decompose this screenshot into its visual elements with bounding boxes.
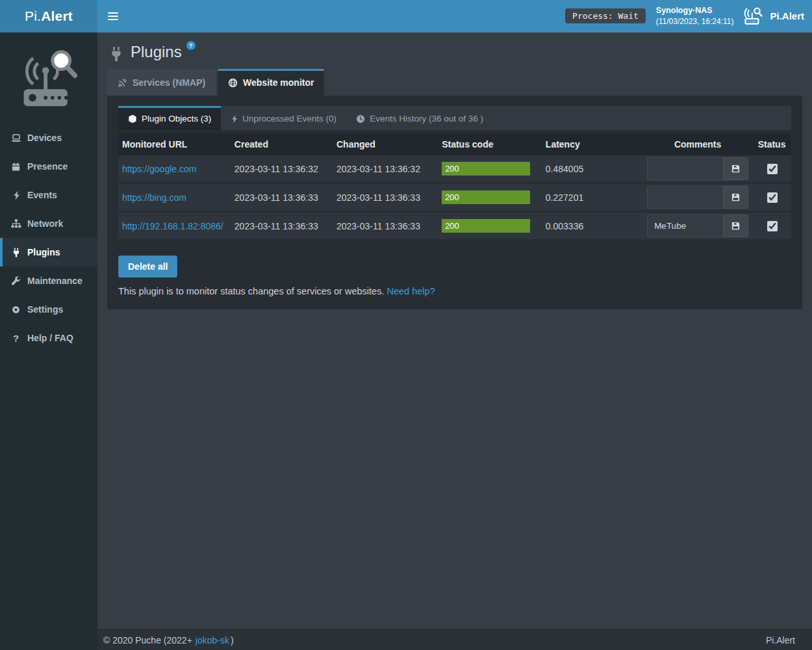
navbar-brand[interactable]: Pi.Alert (744, 7, 804, 25)
col-monitored-url: Monitored URL (118, 133, 231, 155)
calendar-icon (10, 162, 21, 172)
sidebar-item-label: Help / FAQ (27, 333, 73, 343)
tab-label: Unprocessed Events (0) (242, 114, 336, 124)
save-comment-button[interactable] (723, 157, 748, 180)
website-monitor-panel: Plugin Objects (3) Unprocessed Events (0… (107, 96, 802, 309)
content-area: Plugins ? Services (NMAP) Website monito… (97, 32, 812, 629)
comment-input-group (647, 157, 748, 180)
navbar-right: Process: Wait Synology-NAS (11/03/2023, … (565, 5, 812, 27)
status-checkbox[interactable] (767, 192, 778, 203)
delete-all-button[interactable]: Delete all (118, 255, 177, 278)
changed-cell: 2023-03-11 13:36:32 (333, 155, 438, 183)
table-header-row: Monitored URL Created Changed Status cod… (118, 133, 791, 155)
panel-tabs: Plugin Objects (3) Unprocessed Events (0… (118, 106, 791, 130)
sitemap-icon (10, 219, 21, 228)
monitored-url-link[interactable]: http://192.168.1.82:8086/ (122, 221, 223, 231)
copyright-text: © 2020 Puche (2022+ (103, 635, 192, 645)
plugin-description: This plugin is to monitor status changes… (118, 286, 791, 296)
plug-icon (10, 248, 21, 257)
sidebar-item-events[interactable]: Events (0, 181, 97, 209)
save-comment-button[interactable] (723, 186, 748, 209)
clock-icon (356, 114, 365, 124)
sidebar-item-label: Presence (27, 161, 68, 172)
need-help-link[interactable]: Need help? (387, 286, 435, 296)
bolt-icon (231, 114, 238, 124)
col-changed: Changed (333, 133, 438, 155)
sidebar-item-devices[interactable]: Devices (0, 124, 97, 152)
sidebar-item-presence[interactable]: Presence (0, 152, 97, 181)
table-row: https://bing.com 2023-03-11 13:36:33 202… (118, 183, 791, 212)
sidebar-item-label: Devices (27, 133, 62, 143)
laptop-icon (10, 133, 21, 143)
server-timestamp: (11/03/2023, 16:24:11) (656, 16, 734, 27)
col-latency: Latency (542, 133, 643, 155)
status-code-bar: 200 (442, 219, 530, 233)
changed-cell: 2023-03-11 13:36:33 (333, 183, 438, 212)
tab-label: Website monitor (243, 77, 314, 88)
col-status-code: Status code (438, 133, 542, 155)
created-cell: 2023-03-11 13:36:33 (231, 183, 333, 212)
sidebar-item-label: Events (27, 190, 57, 200)
question-icon: ? (10, 333, 21, 344)
latency-cell: 0.227201 (542, 183, 643, 212)
col-comments: Comments (643, 133, 752, 155)
tab-events-history[interactable]: Events History (36 out of 36 ) (346, 106, 493, 130)
sidebar-item-settings[interactable]: Settings (0, 295, 97, 324)
changed-cell: 2023-03-11 13:36:33 (333, 212, 438, 240)
save-icon (731, 192, 741, 202)
save-icon (731, 221, 741, 231)
server-name: Synology-NAS (656, 5, 734, 17)
monitored-urls-table: Monitored URL Created Changed Status cod… (118, 133, 791, 241)
latency-cell: 0.484005 (542, 155, 643, 183)
satellite-dish-icon (118, 78, 127, 88)
sidebar-item-maintenance[interactable]: Maintenance (0, 266, 97, 295)
tab-website-monitor[interactable]: Website monitor (218, 69, 324, 96)
save-comment-button[interactable] (723, 214, 748, 237)
comment-input[interactable] (647, 157, 723, 180)
jokob-sk-link[interactable]: jokob-sk (196, 635, 229, 645)
navbar-brand-label: Pi.Alert (770, 10, 804, 21)
tab-unprocessed-events[interactable]: Unprocessed Events (0) (221, 106, 346, 130)
comment-input[interactable] (647, 214, 723, 237)
gear-icon (10, 305, 21, 315)
server-info: Synology-NAS (11/03/2023, 16:24:11) (656, 5, 734, 27)
page-header: Plugins ? (107, 32, 802, 69)
status-checkbox[interactable] (767, 221, 778, 231)
sidebar: Devices Presence Events Network Plugins (0, 32, 97, 650)
sidebar-menu: Devices Presence Events Network Plugins (0, 124, 97, 352)
help-badge[interactable]: ? (186, 41, 196, 50)
sidebar-toggle-icon[interactable] (97, 12, 129, 20)
app-logo[interactable]: Pi.Alert (0, 0, 97, 32)
comment-input[interactable] (647, 186, 723, 209)
sidebar-item-help[interactable]: ? Help / FAQ (0, 324, 97, 352)
cube-icon (128, 114, 137, 124)
comment-input-group (647, 186, 748, 209)
wrench-icon (10, 276, 21, 286)
plug-icon (109, 46, 123, 62)
save-icon (731, 164, 741, 174)
comment-input-group (647, 214, 748, 237)
col-status: Status (752, 133, 791, 155)
sidebar-item-label: Maintenance (27, 276, 82, 286)
monitored-url-link[interactable]: https://bing.com (122, 192, 186, 203)
bolt-icon (10, 190, 21, 200)
tab-plugin-objects[interactable]: Plugin Objects (3) (118, 106, 221, 130)
latency-cell: 0.003336 (542, 212, 643, 240)
tab-label: Plugin Objects (3) (142, 114, 211, 124)
logo-text-alert: Alert (41, 8, 73, 24)
logo-text-pi: Pi. (25, 8, 41, 24)
table-row: http://192.168.1.82:8086/ 2023-03-11 13:… (118, 212, 791, 240)
created-cell: 2023-03-11 13:36:32 (231, 155, 333, 183)
status-checkbox[interactable] (767, 164, 778, 174)
sidebar-item-label: Settings (27, 304, 63, 315)
tab-label: Services (NMAP) (133, 77, 205, 88)
sidebar-item-network[interactable]: Network (0, 209, 97, 238)
monitored-url-link[interactable]: https://google.com (122, 164, 196, 174)
plugin-tabs: Services (NMAP) Website monitor (107, 69, 802, 96)
table-row: https://google.com 2023-03-11 13:36:32 2… (118, 155, 791, 183)
footer-brand: Pi.Alert (766, 635, 795, 645)
process-status-badge: Process: Wait (565, 8, 646, 23)
sidebar-item-plugins[interactable]: Plugins (0, 238, 97, 266)
sidebar-router-logo (0, 32, 97, 124)
tab-services-nmap[interactable]: Services (NMAP) (107, 69, 216, 96)
